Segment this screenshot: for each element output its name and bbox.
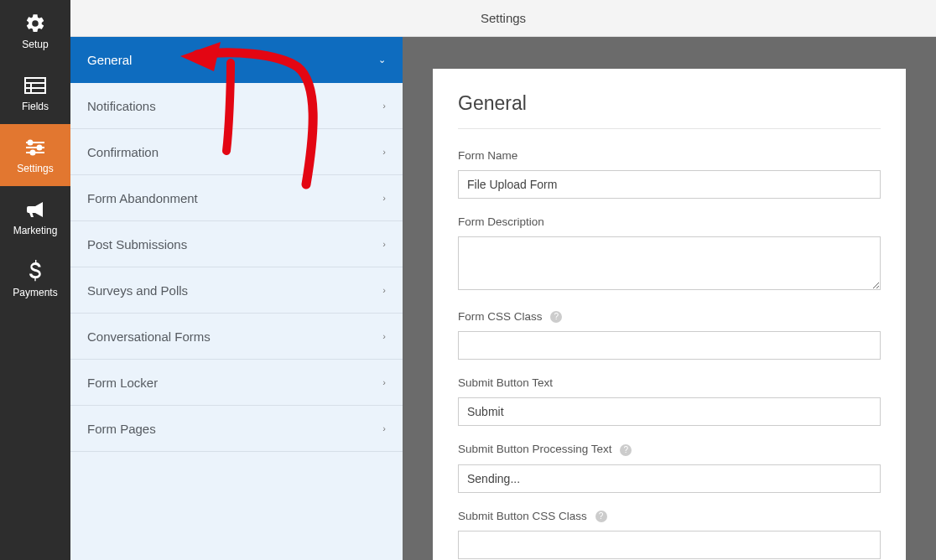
main-area: Settings General ⌄ Notifications › Confi…: [70, 0, 936, 560]
chevron-down-icon: ⌄: [378, 54, 386, 65]
field-submit-css: Submit Button CSS Class ?: [458, 510, 881, 559]
submenu-form-abandonment[interactable]: Form Abandonment ›: [70, 175, 403, 221]
nav-payments[interactable]: Payments: [0, 248, 70, 310]
chevron-right-icon: ›: [382, 285, 386, 295]
form-css-label: Form CSS Class ?: [458, 310, 881, 323]
nav-marketing[interactable]: Marketing: [0, 186, 70, 248]
help-icon[interactable]: ?: [550, 311, 562, 323]
chevron-right-icon: ›: [382, 101, 386, 111]
form-description-label: Form Description: [458, 215, 881, 228]
form-name-input[interactable]: [458, 170, 881, 199]
nav-fields[interactable]: Fields: [0, 62, 70, 124]
form-fields-icon: [23, 74, 47, 97]
sliders-icon: [23, 136, 47, 159]
submit-css-input[interactable]: [458, 531, 881, 559]
form-css-input[interactable]: [458, 331, 881, 360]
chevron-right-icon: ›: [382, 193, 386, 203]
nav-settings[interactable]: Settings: [0, 124, 70, 186]
help-icon[interactable]: ?: [595, 511, 607, 522]
svg-point-9: [31, 151, 35, 155]
content-area: General ⌄ Notifications › Confirmation ›…: [70, 37, 936, 560]
field-form-name: Form Name: [458, 149, 881, 199]
field-submit-text: Submit Button Text: [458, 376, 881, 426]
nav-marketing-label: Marketing: [13, 225, 58, 236]
submenu-item-label: Form Pages: [87, 422, 156, 436]
nav-setup-label: Setup: [22, 39, 48, 50]
chevron-right-icon: ›: [382, 377, 386, 387]
submenu-general[interactable]: General ⌄: [70, 37, 403, 83]
submenu-item-label: Form Locker: [87, 376, 158, 390]
field-form-description: Form Description: [458, 215, 881, 293]
form-name-label: Form Name: [458, 149, 881, 162]
nav-setup[interactable]: Setup: [0, 0, 70, 62]
gear-icon: [23, 12, 47, 35]
submit-processing-label: Submit Button Processing Text ?: [458, 443, 881, 455]
svg-rect-0: [25, 78, 45, 93]
nav-settings-label: Settings: [17, 163, 53, 174]
svg-point-7: [29, 141, 33, 145]
submenu-confirmation[interactable]: Confirmation ›: [70, 129, 403, 175]
panel-wrap: General Form Name Form Description Form …: [403, 37, 936, 560]
form-description-textarea[interactable]: [458, 236, 881, 290]
bullhorn-icon: [23, 198, 47, 221]
submit-text-label: Submit Button Text: [458, 376, 881, 389]
submenu-form-pages[interactable]: Form Pages ›: [70, 406, 403, 452]
submit-css-label: Submit Button CSS Class ?: [458, 510, 881, 522]
field-submit-processing: Submit Button Processing Text ?: [458, 443, 881, 492]
submenu-surveys-polls[interactable]: Surveys and Polls ›: [70, 267, 403, 314]
dollar-icon: [23, 260, 47, 283]
settings-submenu: General ⌄ Notifications › Confirmation ›…: [70, 37, 403, 560]
submenu-item-label: Surveys and Polls: [87, 283, 188, 298]
page-title: Settings: [481, 11, 526, 25]
field-form-css-class: Form CSS Class ?: [458, 310, 881, 360]
topbar: Settings: [70, 0, 936, 37]
submenu-item-label: Form Abandonment: [87, 191, 198, 205]
chevron-right-icon: ›: [382, 331, 386, 341]
submenu-item-label: Confirmation: [87, 145, 159, 159]
help-icon[interactable]: ?: [620, 444, 632, 456]
submenu-item-label: General: [87, 53, 132, 67]
vertical-nav: Setup Fields Settings Marketing Payments: [0, 0, 70, 560]
submenu-form-locker[interactable]: Form Locker ›: [70, 360, 403, 406]
submit-processing-input[interactable]: [458, 464, 881, 493]
chevron-right-icon: ›: [382, 423, 386, 433]
submenu-notifications[interactable]: Notifications ›: [70, 83, 403, 129]
submenu-item-label: Conversational Forms: [87, 329, 211, 344]
nav-fields-label: Fields: [22, 101, 49, 112]
chevron-right-icon: ›: [382, 147, 386, 157]
nav-payments-label: Payments: [13, 287, 57, 298]
panel-heading: General: [458, 92, 881, 129]
svg-point-8: [38, 146, 42, 150]
chevron-right-icon: ›: [382, 239, 386, 249]
submenu-item-label: Notifications: [87, 99, 156, 113]
submenu-conversational-forms[interactable]: Conversational Forms ›: [70, 314, 403, 360]
submenu-item-label: Post Submissions: [87, 237, 187, 251]
submit-text-input[interactable]: [458, 397, 881, 426]
submenu-post-submissions[interactable]: Post Submissions ›: [70, 221, 403, 267]
general-settings-panel: General Form Name Form Description Form …: [433, 69, 906, 560]
